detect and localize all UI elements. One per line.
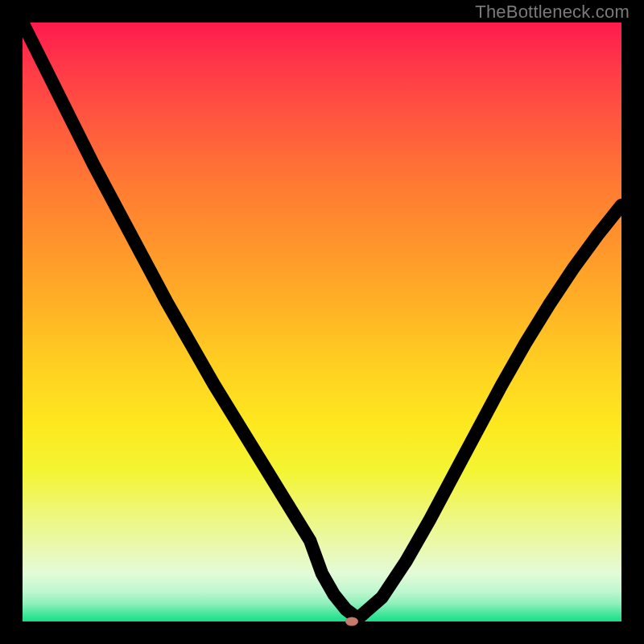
- chart-frame: TheBottleneck.com: [0, 0, 644, 644]
- plot-area: [23, 23, 621, 621]
- bottleneck-curve: [23, 23, 621, 618]
- optimal-marker: [345, 617, 358, 626]
- watermark-text: TheBottleneck.com: [475, 2, 630, 23]
- curve-svg: [23, 23, 621, 621]
